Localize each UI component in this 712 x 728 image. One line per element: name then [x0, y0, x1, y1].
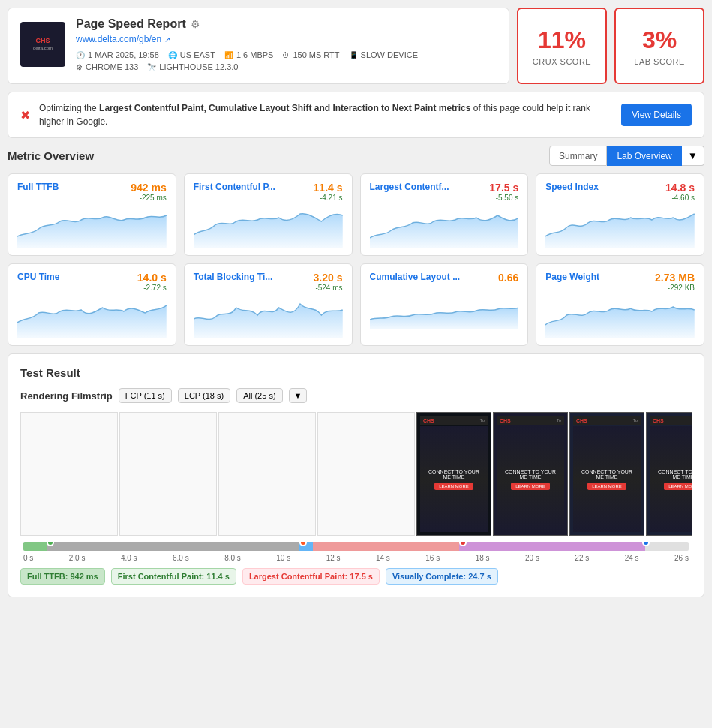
filmstrip-container: CHS To CONNECT TO YOURME TIME LEARN MORE…	[20, 412, 692, 536]
timeline-label: 12 s	[326, 554, 341, 562]
meta-date: 🕐 1 MAR 2025, 19:58	[76, 50, 159, 59]
metric-card-1: First Contentful P... 11.4 s -4.21 s	[184, 173, 353, 256]
timeline-label: 0 s	[23, 554, 33, 562]
metric-chart	[194, 206, 343, 248]
view-details-button[interactable]: View Details	[621, 104, 692, 126]
metric-delta: -4.21 s	[314, 194, 343, 202]
filmstrip-blank-frame	[317, 412, 415, 536]
crux-score-value: 11%	[538, 26, 586, 54]
meta-browser: ⚙ CHROME 133	[76, 62, 138, 71]
test-result-section: Test Result Rendering Filmstrip FCP (11 …	[8, 353, 704, 597]
gear-icon[interactable]: ⚙	[191, 18, 200, 30]
filmstrip-blank-frame	[218, 412, 316, 536]
metric-name: Speed Index	[545, 182, 599, 192]
crux-score-label: CRUX SCORE	[533, 57, 591, 66]
milestone-labels: Full TTFB: 942 msFirst Contentful Paint:…	[20, 568, 692, 585]
metric-delta: -2.72 s	[137, 284, 167, 292]
timeline-label: 8.0 s	[224, 554, 241, 562]
metric-card-2: Largest Contentf... 17.5 s -5.50 s	[360, 173, 529, 256]
timeline-label: 26 s	[674, 554, 689, 562]
metric-overview-header: Metric Overview Summary Lab Overview ▼	[8, 146, 704, 166]
lcp-filter-button[interactable]: LCP (18 s)	[178, 388, 230, 403]
filmstrip-title: Rendering Filmstrip	[20, 390, 113, 402]
metric-card-4: CPU Time 14.0 s -2.72 s	[8, 263, 176, 346]
metric-card-7: Page Weight 2.73 MB -292 KB	[536, 263, 704, 346]
meta-location: 🌐 US EAST	[168, 50, 215, 59]
metric-value: 17.5 s	[489, 182, 518, 194]
report-title: Page Speed Report	[76, 17, 186, 31]
filmstrip-screenshot-frame: CHS To CONNECT TO YOURME TIME LEARN MORE	[569, 412, 644, 536]
filmstrip-blank-frame	[119, 412, 217, 536]
metric-name: First Contentful P...	[194, 182, 275, 192]
metric-chart	[545, 296, 695, 338]
timeline-label: 22 s	[575, 554, 589, 562]
filmstrip-screenshot-frame: CHS To CONNECT TO YOURME TIME LEARN MORE	[416, 412, 491, 536]
metric-chart	[370, 288, 519, 329]
timeline-label: 18 s	[476, 554, 490, 562]
test-result-title: Test Result	[20, 366, 692, 379]
timeline-label: 2.0 s	[69, 554, 86, 562]
timeline-label: 6.0 s	[173, 554, 189, 562]
metrics-grid: Full TTFB 942 ms -225 ms First Contentfu…	[8, 173, 704, 346]
lab-score-card: 3% LAB SCORE	[614, 8, 704, 84]
timeline-label: 24 s	[625, 554, 639, 562]
fcp-filter-button[interactable]: FCP (11 s)	[119, 388, 172, 403]
alert-banner: ✖ Optimizing the Largest Contentful Pain…	[8, 92, 704, 138]
metric-overview-title: Metric Overview	[8, 149, 94, 162]
metric-chart	[545, 206, 695, 248]
meta-bandwidth: 📶 1.6 MBPS	[224, 50, 274, 59]
metric-value: 14.8 s	[665, 182, 695, 194]
milestone-label: Full TTFB: 942 ms	[20, 568, 105, 585]
metric-name: Largest Contentf...	[370, 182, 449, 192]
timeline-label: 14 s	[376, 554, 390, 562]
meta-lighthouse: 🔭 LIGHTHOUSE 12.3.0	[147, 62, 238, 71]
metric-card-6: Cumulative Layout ... 0.66	[360, 263, 529, 346]
timeline-label: 10 s	[276, 554, 290, 562]
metric-delta: -292 KB	[655, 284, 695, 292]
metric-value: 2.73 MB	[655, 272, 695, 284]
metric-value: 3.20 s	[314, 272, 343, 284]
alert-bold: Largest Contentful Paint, Cumulative Lay…	[99, 103, 470, 113]
metric-value: 942 ms	[131, 182, 166, 194]
milestone-label: Largest Contentful Paint: 17.5 s	[242, 568, 380, 585]
alert-text: Optimizing the Largest Contentful Paint,…	[39, 101, 612, 128]
filmstrip-dropdown-btn[interactable]: ▼	[289, 388, 308, 403]
metric-chart	[194, 296, 343, 338]
filmstrip-blank-frame	[20, 412, 118, 536]
report-url[interactable]: www.delta.com/gb/en	[76, 34, 161, 44]
metric-value: 0.66	[498, 272, 518, 284]
metric-chart	[17, 296, 167, 338]
metric-value: 14.0 s	[137, 272, 167, 284]
timeline-label: 16 s	[425, 554, 440, 562]
timeline: 0 s2.0 s4.0 s6.0 s8.0 s10 s12 s14 s16 s1…	[20, 542, 692, 562]
metric-chart	[17, 206, 167, 248]
metric-name: Total Blocking Ti...	[194, 272, 273, 282]
metric-name: Page Weight	[545, 272, 599, 282]
metric-delta: -4.60 s	[665, 194, 695, 202]
report-card: CHS delta.com Page Speed Report ⚙ www.de…	[8, 8, 509, 84]
filmstrip-header: Rendering Filmstrip FCP (11 s) LCP (18 s…	[20, 388, 692, 403]
toggle-dropdown-btn[interactable]: ▼	[682, 146, 704, 166]
meta-device: 📱 SLOW DEVICE	[349, 50, 418, 59]
metric-delta: -225 ms	[131, 194, 166, 202]
lab-score-value: 3%	[642, 26, 677, 54]
timeline-label: 4.0 s	[121, 554, 137, 562]
milestone-label: First Contentful Paint: 11.4 s	[111, 568, 236, 585]
metric-name: Full TTFB	[17, 182, 59, 192]
external-link-icon: ↗	[164, 35, 170, 44]
metric-chart	[370, 206, 519, 248]
crux-score-card: 11% CRUX SCORE	[517, 8, 607, 84]
metric-name: Cumulative Layout ...	[370, 272, 461, 282]
all-filter-button[interactable]: All (25 s)	[236, 388, 282, 403]
metric-card-0: Full TTFB 942 ms -225 ms	[8, 173, 176, 256]
summary-toggle-btn[interactable]: Summary	[549, 146, 607, 166]
filmstrip-screenshot-frame: CHS To CONNECT TO YOURME TIME LEARN MORE	[646, 412, 692, 536]
meta-rtt: ⏱ 150 MS RTT	[282, 50, 339, 59]
metric-name: CPU Time	[17, 272, 59, 282]
close-icon[interactable]: ✖	[20, 108, 30, 122]
lab-overview-toggle-btn[interactable]: Lab Overview	[607, 146, 681, 166]
metric-value: 11.4 s	[314, 182, 343, 194]
view-toggle: Summary Lab Overview ▼	[549, 146, 704, 166]
metric-card-3: Speed Index 14.8 s -4.60 s	[536, 173, 704, 256]
milestone-label: Visually Complete: 24.7 s	[386, 568, 498, 585]
